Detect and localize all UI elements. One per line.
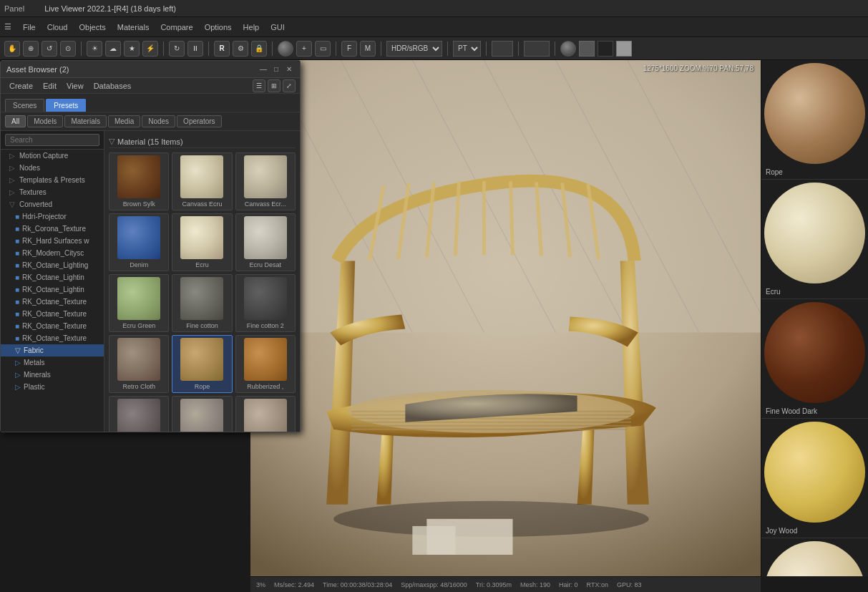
close-btn[interactable]: ✕ [284, 64, 294, 74]
filter-materials[interactable]: Materials [64, 115, 107, 127]
menu-cloud[interactable]: Cloud [43, 21, 72, 33]
tree-metals[interactable]: ▷ Metals [1, 356, 104, 369]
r-btn[interactable]: R [214, 41, 230, 57]
tree-templates[interactable]: ▷ Templates & Presets [1, 174, 104, 186]
tab-presets[interactable]: Presets [46, 99, 86, 112]
tab-scenes[interactable]: Scenes [5, 99, 44, 112]
mat-item-label: Ecru Green [114, 322, 164, 329]
hamburger-icon[interactable]: ☰ [4, 22, 11, 31]
sun-icon[interactable]: ☀ [87, 41, 102, 57]
tree-rk-oct4[interactable]: ■ RK_Octane_Texture [1, 296, 104, 308]
tree-rk-oct6[interactable]: ■ RK_Octane_Texture [1, 320, 104, 332]
mat-item-fine-cotton[interactable]: Fine cotton [172, 274, 232, 332]
mat-item-b1[interactable] [109, 396, 169, 432]
filter-nodes[interactable]: Nodes [142, 115, 175, 127]
bg-swatch-dark[interactable] [598, 41, 613, 57]
m-btn[interactable]: M [360, 41, 376, 57]
mat-item-ecru[interactable]: Ecru [172, 213, 232, 271]
ab-menu-create[interactable]: Create [5, 80, 37, 92]
tree-rk-oct2[interactable]: ■ RK_Octane_Lightin [1, 271, 104, 283]
mat-pure-wood-02[interactable]: Pure Wood 02 [761, 538, 868, 576]
tree-item-label: Hdri-Projector [22, 213, 67, 220]
menu-help[interactable]: Help [239, 21, 264, 33]
rotate-btn[interactable]: ↻ [169, 41, 185, 57]
filter-all[interactable]: All [5, 115, 26, 127]
search-input[interactable] [5, 134, 99, 146]
tree-plastic[interactable]: ▷ Plastic [1, 381, 104, 393]
tree-fabric[interactable]: ▽ Fabric [1, 344, 104, 356]
filter-models[interactable]: Models [27, 115, 63, 127]
minimize-btn[interactable]: — [258, 64, 268, 74]
tree-minerals[interactable]: ▷ Minerals [1, 369, 104, 381]
menu-gui[interactable]: GUI [266, 21, 289, 33]
tree-hdri[interactable]: ■ Hdri-Projector [1, 210, 104, 223]
add-btn[interactable]: + [296, 41, 312, 57]
tree-motion-capture[interactable]: ▷ Motion Capture [1, 150, 104, 162]
menu-options[interactable]: Options [200, 21, 236, 33]
tree-rk-corona[interactable]: ■ Rk_Corona_Texture [1, 223, 104, 235]
value-input[interactable]: 0.7 [524, 41, 550, 57]
mat-ecru[interactable]: Ecru [761, 180, 868, 299]
mat-item-denim[interactable]: Denim [109, 213, 169, 271]
restore-btn[interactable]: □ [271, 64, 281, 74]
refresh-btn[interactable]: ↺ [42, 41, 57, 57]
lock-btn[interactable]: 🔒 [251, 41, 267, 57]
mat-item-ecru-green[interactable]: Ecru Green [109, 274, 169, 332]
ab-menu-edit[interactable]: Edit [39, 80, 61, 92]
f-btn[interactable]: F [341, 41, 357, 57]
mat-item-b2[interactable] [172, 396, 232, 432]
sphere-btn[interactable] [278, 41, 293, 57]
render-engine-select[interactable]: PT [453, 41, 481, 57]
mat-item-fine-cotton2[interactable]: Fine cotton 2 [235, 274, 296, 332]
bg-swatch-gray[interactable] [579, 41, 595, 57]
tree-item-label: Converted [19, 200, 52, 208]
tree-rk-hard[interactable]: ■ RK_Hard Surfaces w [1, 235, 104, 247]
mat-rope[interactable]: Rope [761, 60, 868, 180]
render-viewport[interactable]: 1275*1600 ZOOM:%70 PAN:57,78 [250, 60, 761, 576]
gear-btn[interactable]: ⚙ [233, 41, 248, 57]
samples-input[interactable]: 1 [492, 41, 513, 57]
menu-file[interactable]: File [19, 21, 40, 33]
history-btn[interactable]: ⊙ [60, 41, 76, 57]
tree-converted[interactable]: ▽ Converted [1, 198, 104, 210]
mat-joy-wood[interactable]: Joy Wood [761, 419, 868, 538]
tree-item-label: RK_Octane_Texture [22, 310, 87, 318]
menu-objects[interactable]: Objects [74, 21, 109, 33]
star-icon[interactable]: ★ [124, 41, 140, 57]
tree-rk-modern[interactable]: ■ RK_Modern_Citysc [1, 247, 104, 259]
mat-fine-wood-dark[interactable]: Fine Wood Dark [761, 299, 868, 419]
tree-textures[interactable]: ▷ Textures [1, 186, 104, 198]
filter-operators[interactable]: Operators [177, 115, 221, 127]
mat-item-b3[interactable] [235, 396, 296, 432]
pause-btn[interactable]: ⏸ [187, 41, 203, 57]
tree-rk-oct5[interactable]: ■ RK_Octane_Texture [1, 308, 104, 320]
rect-btn[interactable]: ▭ [315, 41, 331, 57]
mat-item-rope[interactable]: Rope [172, 335, 232, 393]
pan-tool-btn[interactable]: ✋ [4, 41, 20, 57]
filter-media[interactable]: Media [108, 115, 140, 127]
ab-icon-1[interactable]: ☰ [253, 79, 265, 92]
ab-icon-2[interactable]: ⊞ [268, 79, 281, 92]
ab-icon-3[interactable]: ⤢ [283, 79, 296, 92]
toolbar-sep-5 [336, 42, 336, 56]
tree-rk-oct7[interactable]: ■ RK_Octane_Texture [1, 332, 104, 344]
mat-item-label: Denim [114, 261, 164, 268]
mat-item-brown-sylk[interactable]: Brown Sylk [109, 152, 169, 210]
bg-swatch-light[interactable] [616, 41, 632, 57]
mat-item-canvass-ecru[interactable]: Canvass Ecru [172, 152, 232, 210]
menu-compare[interactable]: Compare [156, 21, 197, 33]
mat-item-canvass-ecru2[interactable]: Canvass Ecr... [235, 152, 296, 210]
mat-item-ecru-desat[interactable]: Ecru Desat [235, 213, 296, 271]
mat-item-retro-cloth[interactable]: Retro Cloth [109, 335, 169, 393]
menu-materials[interactable]: Materials [113, 21, 154, 33]
lightning-icon[interactable]: ⚡ [142, 41, 158, 57]
nav-btn[interactable]: ⊕ [23, 41, 39, 57]
tree-rk-oct1[interactable]: ■ RK_Octane_Lighting [1, 259, 104, 271]
tree-nodes[interactable]: ▷ Nodes [1, 162, 104, 174]
ab-menu-databases[interactable]: Databases [89, 80, 136, 92]
ab-menu-view[interactable]: View [62, 80, 88, 92]
tree-rk-oct3[interactable]: ■ RK_Octane_Lightin [1, 283, 104, 296]
color-mode-select[interactable]: HDR/sRGB [386, 41, 442, 57]
mat-item-rubberized[interactable]: Rubberized , [235, 335, 296, 393]
cloud-icon[interactable]: ☁ [105, 41, 121, 57]
